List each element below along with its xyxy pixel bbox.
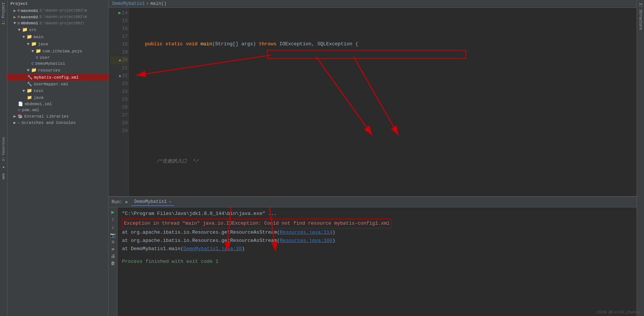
code-line-16 [133,119,632,127]
sidebar-item-maven02[interactable]: ▶ m maven02 E:\maven-project002\m [7,14,108,20]
lib-icon: 📚 [18,114,23,119]
sidebar-item-pojo[interactable]: ▼ 📁 com.itheima.pojo [7,48,108,55]
run-tab-close[interactable]: ✕ [169,200,171,204]
right-structure-tab: Z: Structure [637,0,644,316]
sidebar-item-user[interactable]: C User [7,55,108,61]
run-filter-btn[interactable]: ⇄ [112,246,114,252]
sidebar-item-main[interactable]: ▼ 📁 main [7,33,108,40]
scratch-icon: ✏️ [18,120,20,125]
run-exit-line: Process finished with exit code 1 [122,258,632,266]
sidebar-item-java[interactable]: ▼ 📁 java [7,40,108,48]
run-print-btn[interactable]: 🖨 [111,253,115,259]
run-panel: Run: ▶ DemoMybatis1 ✕ ▶ ↑ ↓ 📷 [109,196,637,316]
maven01-path: E:\maven-project002\m [40,9,87,13]
maven-badge: m [18,9,20,13]
iml-icon: 📄 [18,101,23,106]
bookmark-icon2: ◆ [119,73,121,79]
folder-icon-test: 📁 [27,88,32,94]
sidebar: Project ▶ m maven01 E:\maven-project002\… [7,0,109,316]
expand-icon-extlib: ▶ [13,114,16,119]
pojo-label: com.itheima.pojo [43,49,82,54]
code-content: public static void main(String[] args) t… [129,8,637,196]
folder-icon-src: 📁 [22,27,28,33]
java-test-label: java [34,95,43,100]
trace1-text: at org.apache.ibatis.io.Resources.getRes… [122,230,280,235]
run-output: "C:\Program Files\Java\jdk1.8.0_144\bin\… [118,207,637,316]
run-screenshot-btn[interactable]: 📷 [110,233,116,238]
run-side-buttons: ▶ [124,200,130,204]
xml-icon-mybatis: 🔧 [27,75,33,80]
folder-icon-main: 📁 [27,34,32,40]
iml-label: mbdemo1.iml [25,102,52,106]
run-play-btn[interactable]: ▶ [111,209,114,215]
mybatis-config-label: mybatis-config.xml [34,75,79,80]
line-numbers: ▶ 14 15 16 17 18 19 ◆ 20 21 ◆ 22 [109,8,129,196]
favorites-label[interactable]: 2: Favorites [1,136,6,162]
scratches-label: Scratches and Consoles [21,121,76,125]
star-icon[interactable]: ★ [2,165,4,169]
code-line-17: /*生效的入口 */ [133,158,632,165]
run-error-text: Exception in thread "main" java.io.IOExc… [124,221,390,226]
expand-icon-test: ▼ [22,89,25,93]
sidebar-header: Project [7,0,108,7]
maven01-label: maven01 [21,9,38,13]
sidebar-item-resources[interactable]: ▼ 📁 resources [7,67,108,74]
usermapper-label: UserMapper.xml [34,82,68,86]
trace2-link[interactable]: Resources.java:100 [280,238,332,243]
pom-icon: m [18,108,21,112]
sidebar-item-iml[interactable]: 📄 mbdemo1.iml [7,101,108,107]
trace1-link[interactable]: Resources.java:114 [280,230,332,235]
run-left-sidebar: ▶ ↑ ↓ 📷 ≡ ⇄ 🖨 🗑 [109,207,118,316]
breadcrumb-method: main() [151,1,167,6]
run-clear-btn[interactable]: 🗑 [111,261,115,266]
main-label: main [34,35,43,39]
expand-icon-resources: ▼ [27,68,30,73]
breadcrumb-file: DemoMybatis1 [112,1,145,6]
folder-icon-resources: 📁 [31,67,37,73]
resources-label: resources [38,68,60,73]
run-tab-label: DemoMybatis1 [134,199,167,204]
run-down-btn[interactable]: ↓ [111,224,114,230]
sidebar-item-external-libraries[interactable]: ▶ 📚 External Libraries [7,113,108,119]
folder-icon-java: 📁 [31,41,37,47]
sidebar-item-src[interactable]: ▼ 📁 src [7,26,108,33]
sidebar-item-pom[interactable]: m pom.xml [7,107,108,113]
run-wrap-btn[interactable]: ≡ [112,240,114,245]
sidebar-item-usermapper[interactable]: 🔧 UserMapper.xml [7,81,108,87]
maven02-path: E:\maven-project002\m [40,15,87,19]
svg-rect-3 [267,50,466,58]
src-label: src [29,28,37,32]
maven-icon: ▶ [13,8,16,13]
sidebar-item-scratches[interactable]: ▶ ✏️ Scratches and Consoles [7,119,108,126]
user-label: User [40,55,50,60]
sidebar-item-maven01[interactable]: ▶ m maven01 E:\maven-project002\m [7,7,108,14]
sidebar-item-test[interactable]: ▼ 📁 test [7,87,108,94]
trace3-link[interactable]: DemoMybatis1.java:20 [183,246,242,252]
sidebar-item-demomybatis1[interactable]: C DemoMybatis1 [7,61,108,67]
run-play-button[interactable]: ▶ [124,200,130,204]
code-line-14: public static void main(String[] args) t… [133,40,632,48]
expand-icon-scratches: ▶ [13,120,16,125]
expand-icon-src: ▼ [18,28,21,32]
bookmark-icon: ◆ [119,58,121,64]
sidebar-item-java-test[interactable]: 📁 java [7,94,108,101]
run-trace-1: at org.apache.ibatis.io.Resources.getRes… [122,228,632,237]
maven-badge3: m [18,21,20,25]
run-tab-demomybatis1[interactable]: DemoMybatis1 ✕ [131,198,174,206]
expand-icon-main: ▼ [22,35,25,39]
structure-tab-label[interactable]: Z: Structure [638,1,643,31]
maven-badge2: m [18,15,20,19]
xml-icon-usermapper: 🔧 [27,82,32,86]
run-gutter-icon[interactable]: ▶ [118,10,121,17]
web-label[interactable]: Web [1,172,6,180]
breadcrumb-sep: › [146,1,149,6]
project-tab-label[interactable]: 1: Project [1,1,6,26]
svg-line-0 [136,55,271,75]
folder-icon-pojo: 📁 [36,48,41,54]
mbdemo1-path: E:\maven-project002\ [40,21,85,25]
run-up-btn[interactable]: ↑ [111,217,114,223]
sidebar-item-mybatis-config[interactable]: 🔧 mybatis-config.xml [7,74,108,81]
sidebar-item-mbdemo1[interactable]: ▼ m mbdemo1 E:\maven-project002\ [7,20,108,26]
expand-icon-mbdemo1: ▼ [13,21,16,25]
run-toolbar: Run: ▶ DemoMybatis1 ✕ [109,197,637,207]
